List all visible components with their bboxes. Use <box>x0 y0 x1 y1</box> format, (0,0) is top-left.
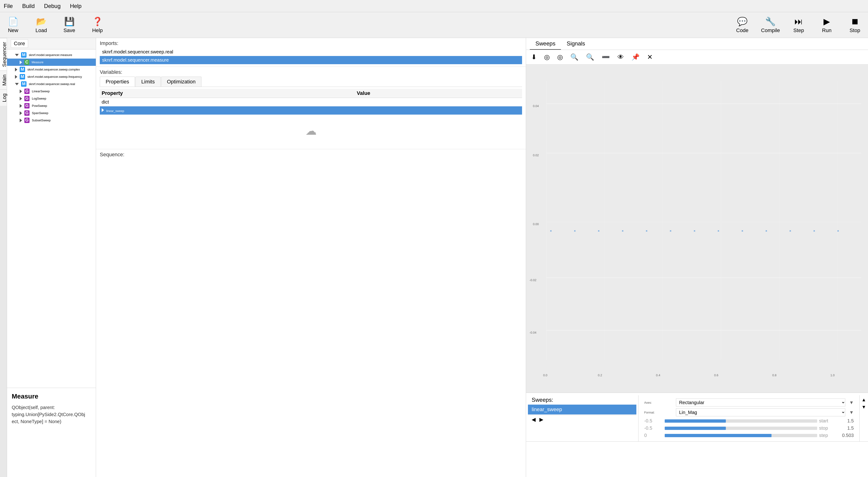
svg-text:×: × <box>574 229 576 233</box>
tree-item-log-sweep[interactable]: G LogSweep <box>7 95 96 102</box>
import-item-real[interactable]: sknrf.model.sequencer.sweep.real <box>100 48 522 56</box>
tree-item-sweep-frequency[interactable]: M sknrf.model.sequencer.sweep.frequency <box>7 73 96 80</box>
badge-g: G <box>24 96 30 101</box>
badge-g: G <box>24 89 30 94</box>
svg-text:×: × <box>742 229 743 233</box>
svg-text:0.2: 0.2 <box>598 374 602 377</box>
svg-text:×: × <box>622 229 624 233</box>
new-button[interactable]: 📄 New <box>4 17 23 33</box>
tree-item-measure-module[interactable]: M sknrf.model.sequencer.measure <box>7 51 96 59</box>
tab-limits[interactable]: Limits <box>135 77 160 87</box>
tree-item-linear-sweep[interactable]: G LinearSweep <box>7 88 96 95</box>
step-icon: ⏭ <box>795 17 803 27</box>
format-dropdown-icon[interactable]: ▼ <box>849 410 854 415</box>
sidebar-item-log[interactable]: Log <box>0 89 7 106</box>
svg-text:1.0: 1.0 <box>830 374 835 377</box>
tree-item-subset-sweep[interactable]: G SubsetSweep <box>7 117 96 124</box>
left-panel-info: Measure QObject(self, parent: typing.Uni… <box>7 388 96 477</box>
plot-svg: 0.04 0.02 0.00 -0.02 -0.04 0.0 0.2 0.4 0… <box>526 64 868 393</box>
zoom-fit2-icon[interactable]: ◎ <box>556 52 564 62</box>
menu-debug[interactable]: Debug <box>42 2 63 10</box>
axes-dropdown-icon[interactable]: ▼ <box>849 400 854 405</box>
val-dict <box>355 98 522 107</box>
scroll-up-icon[interactable]: ▲ <box>861 396 867 404</box>
param-row-start: -0.5 start 1.5 <box>640 417 858 424</box>
center-panel: Imports: sknrf.model.sequencer.sweep.rea… <box>96 38 526 477</box>
badge-g: G <box>24 110 30 116</box>
code-label: Code <box>736 27 749 33</box>
table-row[interactable]: dict <box>100 98 522 107</box>
nav-next-icon[interactable]: ▶ <box>537 416 545 423</box>
download-icon[interactable]: ⬇ <box>530 52 538 62</box>
zoom-in-icon[interactable]: 🔍 <box>569 52 580 62</box>
svg-rect-0 <box>526 64 868 393</box>
menu-help[interactable]: Help <box>68 2 83 10</box>
tree-item-span-sweep[interactable]: G SpanSweep <box>7 110 96 117</box>
chevron-down-icon <box>15 83 19 85</box>
start-value: 1.5 <box>840 418 854 424</box>
sweeps-nav: ◀ ▶ <box>528 415 637 424</box>
badge-c: C <box>24 60 29 65</box>
tree-item-measure-class[interactable]: C Measure <box>7 59 96 66</box>
left-panel-tree: Core M sknrf.model.sequencer.measure C M… <box>7 38 96 388</box>
run-button[interactable]: ▶ Run <box>817 17 836 33</box>
tab-sweeps[interactable]: Sweeps <box>530 38 561 50</box>
save-label: Save <box>63 27 75 33</box>
tree-item-sweep-complex[interactable]: M sknrf.model.sequencer.sweep.complex <box>7 66 96 73</box>
code-icon: 💬 <box>737 17 748 27</box>
help-button[interactable]: ❓ Help <box>88 17 107 33</box>
zoom-out-icon[interactable]: 🔍 <box>585 52 596 62</box>
sequence-label: Sequence: <box>100 152 522 158</box>
imports-section: Imports: sknrf.model.sequencer.sweep.rea… <box>96 38 526 67</box>
help-icon: ❓ <box>92 17 103 27</box>
scroll-down-icon[interactable]: ▼ <box>861 404 867 411</box>
sidebar-item-sequencer[interactable]: Sequencer <box>0 38 7 70</box>
step-bar <box>665 434 817 437</box>
step-button[interactable]: ⏭ Step <box>789 17 808 33</box>
variables-section: Variables: Properties Limits Optimizatio… <box>96 67 526 149</box>
table-row-selected[interactable]: linear_sweep <box>100 107 522 115</box>
chevron-right-icon <box>20 89 22 93</box>
sweep-row[interactable]: linear_sweep <box>528 405 637 414</box>
zoom-fit-icon[interactable]: ◎ <box>543 52 551 62</box>
save-button[interactable]: 💾 Save <box>60 17 79 33</box>
badge-m: M <box>20 74 25 80</box>
tab-properties[interactable]: Properties <box>100 77 135 87</box>
menu-file[interactable]: File <box>2 2 15 10</box>
import-item-measure[interactable]: sknrf.model.sequencer.measure <box>100 56 522 64</box>
load-button[interactable]: 📂 Load <box>32 17 51 33</box>
start-bar <box>665 419 817 423</box>
close-plot-icon[interactable]: ✕ <box>646 52 654 62</box>
prop-linear-sweep: linear_sweep <box>100 107 355 115</box>
svg-text:-0.04: -0.04 <box>530 331 536 334</box>
tab-optimization[interactable]: Optimization <box>161 77 202 87</box>
code-button[interactable]: 💬 Code <box>733 17 752 33</box>
pin-icon[interactable]: 📌 <box>630 52 641 62</box>
plot-area: 0.04 0.02 0.00 -0.02 -0.04 0.0 0.2 0.4 0… <box>526 64 868 393</box>
variables-tabs: Properties Limits Optimization <box>100 77 522 87</box>
compile-button[interactable]: 🔧 Compile <box>761 17 780 33</box>
tab-signals[interactable]: Signals <box>561 38 591 50</box>
nav-prev-icon[interactable]: ◀ <box>530 416 537 423</box>
tree-item-sweep-real[interactable]: M sknrf.model.sequencer.sweep.real <box>7 80 96 88</box>
sidebar-item-main[interactable]: Main <box>0 70 7 89</box>
svg-text:×: × <box>646 229 648 233</box>
axes-select[interactable]: Rectangular <box>676 398 845 407</box>
variables-label: Variables: <box>100 69 522 75</box>
start-bar-fill <box>665 419 725 423</box>
eye-icon[interactable]: 👁 <box>616 52 625 62</box>
property-col-header: Property <box>100 89 355 98</box>
tree-item-pow-sweep[interactable]: G PowSweep <box>7 102 96 110</box>
chevron-right-icon <box>20 104 22 108</box>
format-select[interactable]: Lin_Mag <box>676 408 845 416</box>
menu-build[interactable]: Build <box>20 2 36 10</box>
svg-text:×: × <box>837 229 839 233</box>
axes-label: Axes: <box>644 401 672 405</box>
stop-button[interactable]: ⏹ Stop <box>845 17 864 33</box>
minus-icon[interactable]: ➖ <box>600 52 611 62</box>
run-icon: ▶ <box>824 17 830 27</box>
help-label: Help <box>92 27 102 33</box>
core-tab-button[interactable]: Core <box>11 39 28 48</box>
chevron-right-icon <box>15 75 17 79</box>
axes-panel: Axes: Rectangular ▼ Format: Lin_Mag ▼ <box>640 395 858 441</box>
